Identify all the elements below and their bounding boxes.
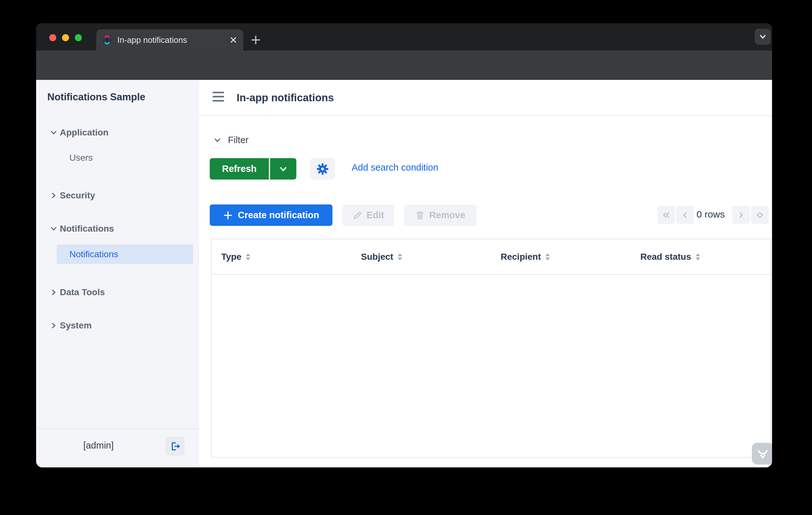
refresh-dropdown-button[interactable] (269, 158, 296, 180)
column-header-read-status[interactable]: Read status (631, 239, 771, 274)
tab-title: In-app notifications (117, 35, 224, 45)
app-title: Notifications Sample (47, 91, 145, 103)
gear-icon (316, 162, 329, 175)
remove-label: Remove (429, 210, 465, 220)
chevron-down-icon (278, 164, 288, 174)
row-count-label: 0 rows (692, 209, 730, 220)
chevron-right-icon (49, 287, 58, 297)
section-label: System (60, 321, 92, 331)
filter-collapse-toggle[interactable]: Filter (212, 135, 249, 145)
browser-tab[interactable]: In-app notifications (96, 29, 243, 51)
remove-button[interactable]: Remove (404, 205, 476, 226)
tab-close-icon[interactable] (229, 36, 237, 44)
sidebar-section-notifications[interactable]: Notifications (36, 219, 199, 239)
column-label: Read status (640, 252, 691, 262)
pencil-icon (353, 211, 362, 220)
column-header-type[interactable]: Type (212, 239, 351, 274)
section-label: Security (60, 190, 95, 201)
sidebar-section-system[interactable]: System (36, 316, 199, 335)
sidebar-item-users[interactable]: Users (57, 148, 193, 168)
new-tab-button[interactable] (250, 34, 262, 46)
chevron-right-icon (49, 321, 58, 330)
plus-icon (223, 211, 233, 220)
table-empty-body (212, 275, 771, 457)
desktop-background: In-app notifications (0, 0, 812, 515)
filter-label: Filter (228, 135, 249, 145)
page-title: In-app notifications (237, 92, 334, 104)
trash-icon (415, 211, 425, 220)
traffic-light-zoom[interactable] (75, 34, 82, 41)
sort-icon (696, 253, 700, 261)
browser-toolbar: localhost:8080/ntf/notifications (36, 51, 772, 80)
plus-icon (250, 34, 261, 46)
vaadin-dev-tools-icon (755, 446, 771, 461)
notifications-table: Type Subject Recipient Read status (211, 239, 771, 457)
sort-icon (545, 253, 550, 261)
sort-icon (398, 253, 402, 261)
section-label: Application (60, 127, 108, 138)
column-label: Recipient (501, 252, 541, 262)
sort-icon (246, 253, 250, 261)
chevron-down-icon (758, 32, 767, 41)
chevron-down-icon (49, 224, 58, 234)
sidebar-footer-divider (36, 428, 199, 429)
create-notification-button[interactable]: Create notification (210, 205, 332, 226)
refresh-button[interactable]: Refresh (210, 158, 269, 180)
chevron-down-icon (212, 135, 222, 145)
previous-page-icon (680, 210, 690, 220)
table-header-row: Type Subject Recipient Read status (212, 239, 771, 275)
logout-icon (169, 441, 181, 452)
tab-strip: In-app notifications (36, 23, 772, 51)
chevron-down-icon (49, 128, 58, 138)
sidebar-section-security[interactable]: Security (36, 186, 199, 205)
jmix-logo-icon (102, 35, 112, 45)
sidebar-section-application[interactable]: Application (36, 123, 199, 143)
section-label: Notifications (60, 224, 114, 234)
current-user-label: [admin] (36, 440, 161, 451)
column-header-subject[interactable]: Subject (351, 239, 491, 274)
item-label: Notifications (69, 249, 118, 260)
last-page-button[interactable] (751, 206, 769, 224)
sidebar-section-data-tools[interactable]: Data Tools (36, 282, 199, 302)
column-label: Type (221, 252, 241, 262)
next-page-button[interactable] (732, 206, 750, 224)
edit-label: Edit (367, 210, 384, 220)
first-page-button[interactable] (657, 206, 675, 224)
browser-window: In-app notifications (36, 23, 772, 467)
drawer-toggle-button[interactable] (212, 92, 224, 104)
tab-search-button[interactable] (755, 29, 771, 45)
first-page-icon (661, 210, 671, 220)
traffic-light-minimize[interactable] (62, 34, 69, 41)
last-page-icon (755, 210, 765, 220)
main-view: In-app notifications Filter Refresh (199, 80, 772, 467)
filter-settings-button[interactable] (310, 158, 335, 180)
sidebar-item-notifications[interactable]: Notifications (57, 244, 193, 264)
dev-tools-badge[interactable] (752, 443, 772, 464)
add-search-condition-link[interactable]: Add search condition (352, 162, 438, 173)
traffic-light-close[interactable] (49, 34, 56, 41)
view-header: In-app notifications (199, 80, 772, 116)
item-label: Users (69, 153, 93, 163)
logout-button[interactable] (166, 437, 184, 456)
next-page-icon (736, 210, 746, 220)
column-header-recipient[interactable]: Recipient (491, 239, 631, 274)
column-label: Subject (361, 252, 393, 262)
edit-button[interactable]: Edit (342, 205, 394, 226)
sidebar: Notifications Sample Application Users S… (36, 80, 199, 467)
chevron-right-icon (49, 191, 58, 200)
app-content: Notifications Sample Application Users S… (36, 80, 772, 467)
section-label: Data Tools (60, 287, 105, 297)
refresh-label: Refresh (222, 163, 257, 174)
create-label: Create notification (238, 210, 319, 220)
